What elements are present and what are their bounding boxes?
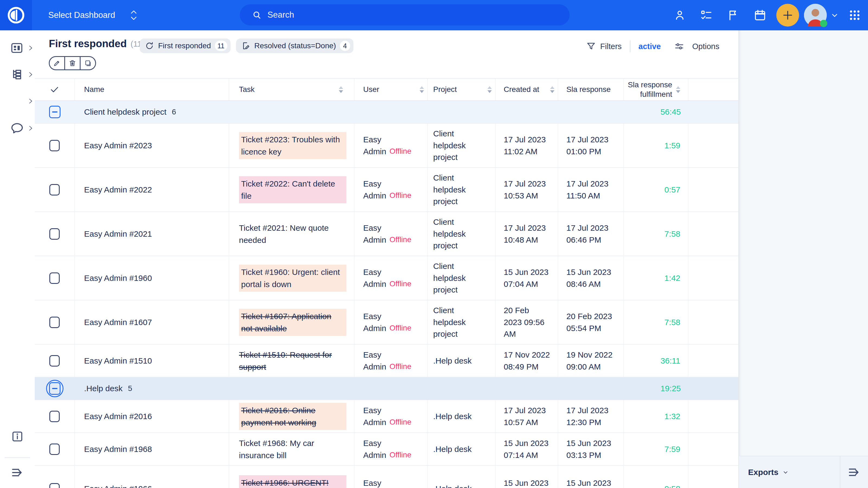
table-row[interactable]: Easy Admin #2022Ticket #2022: Can't dele… — [35, 168, 738, 212]
task-link[interactable]: Ticket #2016: Online payment not working — [239, 403, 346, 430]
chip-count-badge: 11 — [215, 41, 227, 51]
sort-arrows-icon[interactable] — [550, 86, 554, 93]
edit-button[interactable] — [50, 57, 65, 69]
row-checkbox[interactable] — [50, 272, 60, 284]
copy-button[interactable] — [81, 57, 95, 69]
project-cell: .Help desk — [428, 433, 496, 465]
sidebar-item-more[interactable] — [0, 93, 35, 110]
project-name: .Help desk — [433, 483, 472, 488]
filters-active-link[interactable]: active — [639, 42, 661, 51]
topbar-actions — [673, 0, 868, 30]
table-row[interactable]: Easy Admin #1960Ticket #1960: Urgent: cl… — [35, 256, 738, 300]
name-cell: Easy Admin #2021 — [75, 212, 229, 256]
issue-name-link[interactable]: Easy Admin #1510 — [84, 356, 152, 365]
row-checkbox[interactable] — [50, 317, 60, 328]
options-button[interactable]: Options — [674, 41, 719, 52]
collapse-sidebar-button[interactable] — [0, 464, 35, 481]
column-header-name[interactable]: Name — [75, 78, 229, 100]
table-row[interactable]: Easy Admin #1607Ticket #1607: Applicatio… — [35, 300, 738, 345]
row-checkbox[interactable] — [50, 444, 60, 455]
issue-name-link[interactable]: Easy Admin #2023 — [84, 141, 152, 150]
user-icon[interactable] — [673, 9, 686, 22]
task-link[interactable]: Ticket #1968: My car insurance bill — [239, 437, 346, 461]
row-checkbox[interactable] — [50, 140, 60, 151]
sidebar-item-chat[interactable] — [0, 120, 35, 137]
easy-logo-icon — [6, 5, 26, 25]
table-row[interactable]: Easy Admin #1510Ticket #1510: Request fo… — [35, 345, 738, 378]
app-logo[interactable] — [0, 0, 32, 30]
sort-arrows-icon[interactable] — [339, 86, 343, 93]
filters-button[interactable]: Filters — [600, 42, 622, 51]
tasks-checklist-icon[interactable] — [700, 9, 713, 22]
edit-doc-icon — [241, 41, 251, 51]
task-link[interactable]: Ticket #2022: Can't delete file — [239, 176, 346, 203]
issue-name-link[interactable]: Easy Admin #2021 — [84, 229, 152, 238]
task-link[interactable]: Ticket #1966: URGENT! Heating in Consult… — [239, 475, 346, 488]
group-row[interactable]: .Help desk519:25 — [35, 378, 738, 400]
exports-button[interactable]: Exports — [739, 456, 840, 488]
info-icon — [10, 429, 24, 444]
issue-name-link[interactable]: Easy Admin #1966 — [84, 484, 152, 488]
sla-response-value: 15 Jun 2023 03:13 PM — [566, 437, 611, 461]
sidebar-item-projects[interactable] — [0, 66, 35, 83]
row-checkbox[interactable] — [50, 228, 60, 240]
search-input[interactable]: Search — [240, 4, 569, 26]
row-filler — [688, 400, 738, 432]
project-name: Client helpdesk project — [433, 216, 466, 252]
row-checkbox[interactable] — [50, 184, 60, 195]
issue-name-link[interactable]: Easy Admin #1607 — [84, 318, 152, 327]
dashboard-selector[interactable]: Select Dashboard — [48, 0, 139, 30]
flag-icon[interactable] — [726, 9, 739, 22]
select-all-header[interactable] — [35, 78, 75, 100]
chip-first-responded[interactable]: First responded 11 — [140, 38, 230, 53]
sidebar-item-info[interactable] — [0, 428, 35, 445]
group-focus-ring — [46, 380, 63, 397]
chevron-down-icon — [782, 468, 789, 476]
issue-name-link[interactable]: Easy Admin #2016 — [84, 412, 152, 421]
task-link[interactable]: Ticket #1960: Urgent: client portal is d… — [239, 265, 346, 292]
task-link[interactable]: Ticket #1510: Request for support — [239, 349, 346, 373]
task-link[interactable]: Ticket #2021: New quote needed — [239, 222, 346, 246]
task-link[interactable]: Ticket #1607: Application not available — [239, 309, 346, 336]
task-link[interactable]: Ticket #2023: Troubles with licence key — [239, 132, 346, 159]
row-select-cell — [35, 212, 75, 256]
profile-chevron-down-icon[interactable] — [830, 10, 840, 20]
calendar-icon[interactable] — [753, 9, 767, 22]
sidebar-item-dashboards[interactable] — [0, 39, 35, 57]
apps-grid-icon[interactable] — [848, 8, 862, 22]
column-header-task[interactable]: Task — [229, 78, 354, 100]
row-checkbox[interactable] — [50, 355, 60, 366]
row-select-cell — [35, 300, 75, 344]
issue-name-link[interactable]: Easy Admin #1960 — [84, 273, 152, 283]
collapse-group-icon[interactable] — [49, 382, 61, 395]
table-row[interactable]: Easy Admin #2023Ticket #2023: Troubles w… — [35, 124, 738, 168]
delete-button[interactable] — [65, 57, 81, 69]
sla-response-cell: 17 Jul 2023 11:50 AM — [558, 168, 624, 212]
created-at-cell: 15 Jun 2023 07:14 AM — [496, 433, 558, 465]
table-row[interactable]: Easy Admin #2021Ticket #2021: New quote … — [35, 212, 738, 256]
sla-response-cell: 17 Jul 2023 01:00 PM — [558, 124, 624, 167]
column-header-project[interactable]: Project — [428, 78, 496, 100]
table-row[interactable]: Easy Admin #1968Ticket #1968: My car ins… — [35, 433, 738, 466]
panel-toggle-button[interactable] — [840, 456, 868, 488]
add-button[interactable] — [776, 4, 799, 27]
table-row[interactable]: Easy Admin #1966Ticket #1966: URGENT! He… — [35, 466, 738, 488]
created-at-value: 15 Jun 2023 07:04 AM — [504, 266, 549, 290]
avatar[interactable] — [804, 4, 827, 27]
collapse-group-icon[interactable] — [49, 106, 61, 118]
row-checkbox[interactable] — [50, 483, 60, 488]
sort-arrows-icon[interactable] — [676, 86, 680, 93]
column-header-created-at[interactable]: Created at — [496, 78, 558, 100]
row-checkbox[interactable] — [50, 411, 60, 422]
group-row[interactable]: Client helpdesk project656:45 — [35, 101, 738, 124]
column-header-sla-fulfillment[interactable]: Sla responsefulfillment — [624, 78, 688, 100]
issue-name-link[interactable]: Easy Admin #2022 — [84, 185, 152, 194]
user-name: Easy Admin — [363, 438, 386, 459]
sort-arrows-icon[interactable] — [488, 86, 492, 93]
chip-resolved[interactable]: Resolved (status=Done) 4 — [236, 38, 353, 53]
sort-arrows-icon[interactable] — [420, 86, 424, 93]
column-header-sla-response[interactable]: Sla response — [558, 78, 624, 100]
issue-name-link[interactable]: Easy Admin #1968 — [84, 445, 152, 454]
table-row[interactable]: Easy Admin #2016Ticket #2016: Online pay… — [35, 400, 738, 433]
column-header-user[interactable]: User — [354, 78, 428, 100]
